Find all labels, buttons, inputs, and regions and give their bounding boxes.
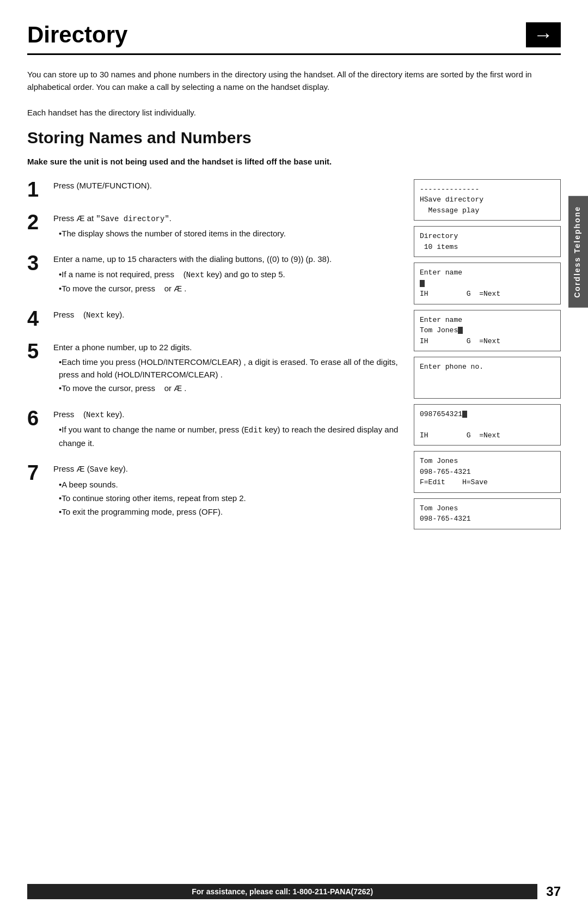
step-7: 7 Press Æ (Save key). •A beep sounds. •T… [27,462,403,519]
lcd-screens-column: -------------- HSave directory Message p… [414,179,561,532]
footer: For assistance, please call: 1-800-211-P… [0,884,588,899]
step-content-2: Press Æ at "Save directory". •The displa… [53,212,403,241]
step-number-5: 5 [27,341,48,362]
steps-left: 1 Press (MUTE/FUNCTION). 2 Press Æ at "S… [27,179,414,532]
footer-help: For assistance, please call: 1-800-211-P… [27,884,537,899]
step-number-2: 2 [27,212,48,233]
step-number-6: 6 [27,408,48,429]
lcd-screen-5: Enter phone no. [414,357,561,399]
step-4: 4 Press (Next key). [27,308,403,329]
page-title: Directory → [27,22,561,55]
step-5: 5 Enter a phone number, up to 22 digits.… [27,341,403,396]
section-title: Storing Names and Numbers [27,129,561,147]
step-3: 3 Enter a name, up to 15 characters with… [27,253,403,296]
cursor-icon-3 [462,411,467,418]
lcd-screen-7: Tom Jones 098-765-4321 F=Edit H=Save [414,451,561,493]
lcd-screen-1: -------------- HSave directory Message p… [414,179,561,221]
lcd-screen-3: Enter name IH G =Next [414,263,561,304]
step-number-4: 4 [27,308,48,329]
step-content-3: Enter a name, up to 15 characters with t… [53,253,403,296]
intro-text: You can store up to 30 names and phone n… [27,68,561,119]
step-1: 1 Press (MUTE/FUNCTION). [27,179,403,200]
step-content-7: Press Æ (Save key). •A beep sounds. •To … [53,462,403,519]
title-text: Directory [27,22,127,48]
lcd-screen-8: Tom Jones 098-765-4321 [414,498,561,529]
step-number-7: 7 [27,462,48,483]
footer-page-number: 37 [546,884,561,899]
lcd-screen-4: Enter name Tom Jones IH G =Next [414,310,561,352]
warning-text: Make sure the unit is not being used and… [27,156,561,168]
cursor-icon-2 [458,327,463,334]
lcd-screen-2: Directory 10 items [414,226,561,257]
intro-paragraph2: Each handset has the directory list indi… [27,108,196,117]
step-2: 2 Press Æ at "Save directory". •The disp… [27,212,403,241]
lcd-screen-6: 0987654321 IH G =Next [414,404,561,446]
step-number-1: 1 [27,179,48,200]
sidebar-tab: Cordless Telephone [568,196,588,308]
step-content-4: Press (Next key). [53,308,403,324]
cursor-icon [420,280,425,287]
step-number-3: 3 [27,253,48,273]
intro-paragraph: You can store up to 30 names and phone n… [27,70,532,91]
step-content-1: Press (MUTE/FUNCTION). [53,179,403,194]
arrow-icon: → [526,22,561,47]
step-content-6: Press (Next key). •If you want to change… [53,408,403,451]
step-content-5: Enter a phone number, up to 22 digits. •… [53,341,403,396]
step-6: 6 Press (Next key). •If you want to chan… [27,408,403,451]
